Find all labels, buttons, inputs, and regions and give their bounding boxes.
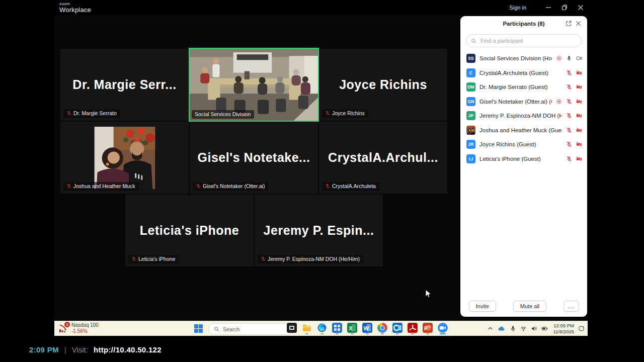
windows-taskbar: 6 Nasdaq 100 -1.56% Search — [54, 321, 588, 336]
svg-text:X: X — [349, 325, 353, 331]
participants-title: Participants (8) — [503, 21, 544, 27]
restore-window-icon[interactable] — [561, 5, 568, 11]
participant-name: Jeremy P. Espinoza-NM DOH (He/Him) (Gues… — [479, 113, 562, 119]
start-button[interactable] — [194, 324, 203, 333]
couple-photo-video — [94, 126, 155, 189]
tile-name-label: CrystalA.Archuleta — [322, 182, 379, 191]
popout-panel-icon[interactable] — [566, 20, 572, 27]
tray-date: 11/6/2025 — [553, 329, 574, 334]
zoom-desktop-capture: zoom Workplace Sign in Dr. Margie Serr..… — [54, 0, 588, 336]
tile-name-label: Jeremy P. Espinoza-NM DOH (He/Him) — [258, 255, 363, 263]
camera-off-icon — [576, 141, 582, 147]
muted-mic-icon — [325, 111, 330, 116]
tray-microphone-icon[interactable] — [510, 325, 516, 332]
participant-row-social-services-division[interactable]: SS Social Services Division (Host, me) — [460, 51, 587, 66]
participant-search-input[interactable] — [479, 37, 577, 44]
camera-off-icon — [576, 127, 582, 133]
participant-search[interactable] — [466, 34, 582, 47]
more-options-button[interactable]: ... — [564, 301, 579, 312]
video-tile-joyce-richins[interactable]: Joyce Richins Joyce Richins — [319, 49, 447, 121]
mic-muted-icon — [566, 156, 572, 162]
wifi-icon[interactable] — [520, 325, 527, 332]
participant-row-jeremy-espinoza[interactable]: JP Jeremy P. Espinoza-NM DOH (He/Him) (G… — [460, 109, 587, 123]
taskbar-search[interactable]: Search — [208, 323, 294, 335]
screen: zoom Workplace Sign in Dr. Margie Serr..… — [0, 0, 644, 362]
taskbar-excel[interactable]: X — [347, 322, 357, 334]
participant-name: Joyce Richins (Guest) — [479, 141, 562, 147]
participant-row-joyce-richins[interactable]: JR Joyce Richins (Guest) — [460, 137, 587, 152]
close-panel-icon[interactable] — [575, 20, 582, 27]
avatar: C — [466, 68, 475, 77]
tile-name-label: Social Services Division — [192, 110, 254, 119]
close-window-icon[interactable] — [578, 5, 584, 11]
taskbar-word[interactable]: W — [362, 322, 372, 334]
video-tile-dr-margie-serrato[interactable]: Dr. Margie Serr... Dr. Margie Serrato — [60, 49, 189, 121]
participant-row-crystala-archuleta[interactable]: C CrystalA.Archuleta (Guest) — [460, 66, 587, 80]
taskbar-clock[interactable]: 12:09 PM 11/6/2025 — [553, 323, 574, 334]
battery-icon[interactable] — [541, 325, 548, 332]
mic-on-icon — [566, 55, 572, 61]
taskbar-blue-app[interactable] — [332, 322, 342, 334]
mic-muted-icon — [566, 70, 572, 76]
avatar: GN — [466, 97, 475, 106]
sign-in-button[interactable]: Sign in — [509, 5, 526, 11]
widget-change: -1.56% — [71, 328, 99, 334]
muted-mic-icon — [261, 256, 266, 261]
taskbar-app-dark[interactable] — [287, 322, 297, 334]
taskbar-file-explorer[interactable] — [302, 322, 312, 334]
taskbar-powerpoint[interactable]: P — [423, 322, 433, 334]
participant-row-joshua-heather-muck[interactable]: Joshua and Heather Muck (Guest) — [460, 123, 587, 138]
search-icon — [471, 38, 476, 44]
participant-name: CrystalA.Archuleta (Guest) — [479, 70, 562, 76]
muted-mic-icon — [325, 184, 330, 189]
video-tile-social-services-division[interactable]: Social Services Division — [190, 49, 318, 121]
mouse-cursor — [425, 289, 432, 299]
notification-center-icon[interactable] — [578, 325, 585, 332]
participants-panel-footer: Invite Mute all ... — [460, 301, 587, 312]
svg-text:P: P — [424, 325, 428, 331]
onedrive-cloud-icon[interactable] — [498, 325, 506, 333]
tile-name-label: Leticia's iPhone — [128, 255, 179, 263]
system-tray: 12:09 PM 11/6/2025 — [487, 321, 585, 336]
muted-mic-icon — [66, 184, 71, 189]
video-tile-jeremy-espinoza[interactable]: Jeremy P. Espin... Jeremy P. Espinoza-NM… — [255, 195, 383, 266]
camera-off-icon — [576, 99, 582, 105]
mute-all-button[interactable]: Mute all — [513, 301, 547, 312]
participant-name: Social Services Division (Host, me) — [479, 55, 552, 61]
participant-row-dr-margie-serrato[interactable]: DM Dr. Margie Serrato (Guest) — [460, 80, 587, 95]
participants-panel: Participants (8) SS Social Services Divi… — [460, 16, 587, 317]
taskbar-chrome[interactable] — [377, 322, 387, 334]
taskbar-zoom-app[interactable] — [438, 322, 448, 334]
participants-list: SS Social Services Division (Host, me) C… — [460, 51, 587, 166]
footer-url: http://10.40.50.122 — [94, 345, 162, 354]
minimize-icon[interactable] — [545, 5, 551, 11]
recording-icon — [556, 55, 562, 61]
video-tile-joshua-heather-muck[interactable]: Joshua and Heather Muck — [60, 122, 189, 194]
widgets-stock-ticker[interactable]: 6 Nasdaq 100 -1.56% — [58, 322, 99, 334]
footer-visit-label: Visit: — [72, 345, 88, 354]
recording-icon — [556, 99, 562, 105]
participant-row-gisels-notetaker[interactable]: GN Gisel's Notetaker (Otter.ai) (Guest) — [460, 95, 587, 109]
camera-off-icon — [576, 156, 582, 162]
video-tile-crystala-archuleta[interactable]: CrystalA.Archul... CrystalA.Archuleta — [319, 122, 447, 194]
zoom-titlebar: zoom Workplace Sign in — [54, 0, 588, 15]
participant-row-leticias-iphone[interactable]: LI Leticia's iPhone (Guest) — [460, 152, 587, 166]
participants-panel-header: Participants (8) — [460, 16, 587, 31]
mic-muted-icon — [566, 113, 572, 119]
invite-button[interactable]: Invite — [469, 301, 496, 312]
tray-chevron-up-icon[interactable] — [487, 325, 494, 332]
camera-off-icon — [576, 70, 582, 76]
svg-text:W: W — [364, 325, 369, 331]
taskbar-acrobat[interactable] — [408, 322, 418, 334]
mic-muted-icon — [566, 99, 572, 105]
tile-name-label: Joyce Richins — [322, 109, 368, 118]
avatar: LI — [466, 154, 475, 163]
video-tile-leticias-iphone[interactable]: Leticia's iPhone Leticia's iPhone — [125, 195, 254, 266]
footer-separator: | — [64, 345, 66, 354]
speaker-icon[interactable] — [531, 325, 537, 332]
taskbar-outlook[interactable] — [392, 322, 403, 334]
participant-name: Joshua and Heather Muck (Guest) — [479, 127, 562, 133]
video-tile-gisels-notetaker[interactable]: Gisel's Notetake... Gisel's Notetaker (O… — [190, 122, 318, 194]
taskbar-edge[interactable] — [317, 322, 327, 334]
avatar: DM — [466, 82, 475, 92]
